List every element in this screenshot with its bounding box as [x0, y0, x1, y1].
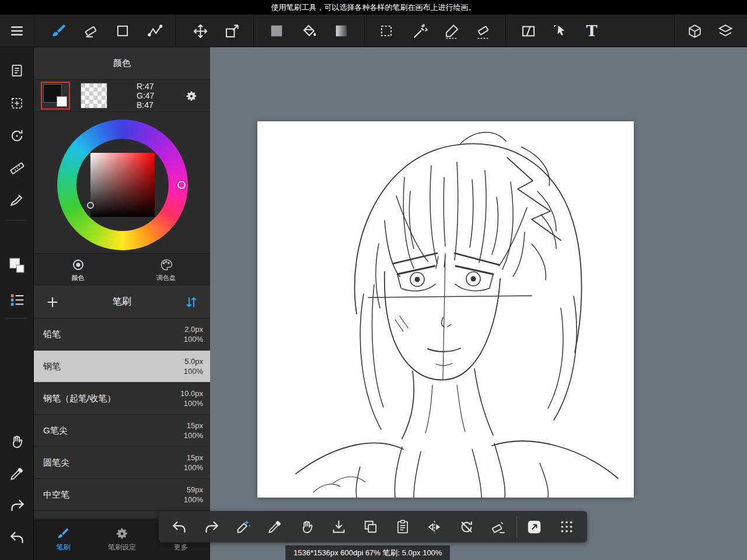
brush-tab-icon: [57, 527, 69, 540]
canvas[interactable]: [257, 121, 634, 498]
color-settings-button[interactable]: [182, 87, 201, 106]
eyedropper-tool-button[interactable]: [4, 461, 30, 487]
brush-size: 5.0px: [184, 357, 203, 366]
brush-item-pen[interactable]: 钢笔 5.0px100%: [34, 351, 210, 383]
brush-item-round-nib[interactable]: 圆笔尖 15px100%: [34, 447, 210, 479]
open-window-button[interactable]: [519, 514, 551, 540]
brush-opacity: 100%: [184, 463, 203, 472]
sort-icon: [184, 295, 198, 309]
toolbar-separator: [175, 15, 176, 47]
color-panel-tabs: 颜色 调色盘: [34, 253, 210, 286]
hand-icon: [299, 519, 315, 535]
materials-button[interactable]: [682, 18, 707, 44]
fill-bucket-tool-button[interactable]: [296, 18, 322, 44]
color-swatches-row: R:47 G:47 B:47: [34, 80, 210, 112]
palette-tab-label: 调色盘: [156, 274, 176, 282]
tab-brush[interactable]: 笔刷: [34, 519, 93, 560]
color-tab-label: 颜色: [72, 274, 85, 282]
add-brush-button[interactable]: [42, 292, 63, 313]
saturation-value-indicator[interactable]: [87, 202, 94, 209]
brush-name: 钢笔: [43, 361, 61, 372]
brush-list: 铅笔 2.0px100% 钢笔 5.0px100% 钢笔（起笔/收笔） 10.0…: [34, 318, 210, 519]
correction-pen-button[interactable]: [227, 514, 259, 540]
move-tool-button[interactable]: [187, 18, 213, 44]
select-cursor-tool-button[interactable]: [547, 18, 573, 44]
redo-icon: [204, 519, 219, 535]
rotate-view-button[interactable]: [4, 123, 30, 149]
layers-button[interactable]: [713, 18, 738, 44]
select-rectangle-tool-button[interactable]: [374, 18, 399, 44]
rgb-r-value: R:47: [137, 82, 154, 91]
draw-tool-button[interactable]: [4, 187, 30, 212]
select-pen-tool-button[interactable]: [439, 18, 465, 44]
brush-name: G笔尖: [43, 425, 68, 436]
hand-tool-button[interactable]: [4, 429, 30, 454]
current-color-button[interactable]: [4, 253, 30, 278]
transparent-color-swatch[interactable]: [81, 83, 107, 108]
brush-item-pen-inout[interactable]: 钢笔（起笔/收笔） 10.0px100%: [34, 383, 210, 415]
select-move-button[interactable]: [4, 90, 30, 116]
brush-name: 铅笔: [43, 329, 61, 340]
paste-button[interactable]: [387, 514, 419, 540]
pages-button[interactable]: [4, 58, 30, 83]
rgb-b-value: B:47: [137, 100, 154, 110]
brush-tab-label: 笔刷: [56, 542, 70, 552]
shape-tool-button[interactable]: [110, 18, 135, 44]
more-tab-label: 更多: [174, 542, 188, 552]
ruler-button[interactable]: [4, 155, 30, 181]
undo-button[interactable]: [4, 524, 30, 550]
clear-button[interactable]: [483, 514, 515, 540]
brush-item-g-nib[interactable]: G笔尖 15px100%: [34, 415, 210, 447]
magic-wand-tool-button[interactable]: [407, 18, 433, 44]
undo-button-floating[interactable]: [163, 514, 196, 540]
draw-tool-icon: [9, 192, 25, 207]
eraser-tool-button[interactable]: [78, 18, 103, 44]
brush-tool-button[interactable]: [46, 18, 71, 44]
foreground-color-swatch[interactable]: [41, 82, 70, 110]
brush-name: 钢笔（起笔/收笔）: [43, 393, 116, 404]
grid-menu-button[interactable]: [550, 514, 582, 540]
canvas-area[interactable]: [210, 47, 747, 560]
menu-button[interactable]: [4, 18, 30, 44]
gradient-icon: [333, 23, 350, 39]
color-panel-title: 颜色: [34, 47, 210, 80]
reset-rotation-button[interactable]: [451, 514, 483, 540]
select-pen-icon: [444, 23, 460, 39]
gradient-tool-button[interactable]: [329, 18, 354, 44]
transform-icon: [224, 23, 240, 39]
open-window-icon: [526, 519, 542, 535]
tab-palette[interactable]: 调色盘: [122, 254, 210, 286]
hue-indicator[interactable]: [177, 181, 186, 189]
brush-settings-tab-label: 笔刷设定: [108, 542, 136, 552]
brush-item-pencil[interactable]: 铅笔 2.0px100%: [34, 318, 210, 351]
brush-opacity: 100%: [184, 495, 203, 504]
eyedropper-button-floating[interactable]: [259, 514, 291, 540]
saturation-value-square[interactable]: [90, 153, 155, 217]
transform-tool-button[interactable]: [219, 18, 245, 44]
sort-brushes-button[interactable]: [181, 292, 202, 313]
redo-button-floating[interactable]: [196, 514, 228, 540]
current-color-swatch-button[interactable]: [264, 18, 289, 44]
brush-name: 圆笔尖: [43, 457, 69, 468]
brush-size: 15px: [187, 421, 203, 430]
select-eraser-tool-button[interactable]: [470, 18, 496, 44]
reset-rotation-icon: [459, 519, 474, 535]
save-button[interactable]: [323, 514, 355, 540]
copy-button[interactable]: [355, 514, 387, 540]
brush-list-button[interactable]: [4, 286, 30, 312]
text-tool-button[interactable]: T: [579, 18, 605, 44]
divide-panel-tool-button[interactable]: [515, 18, 541, 44]
background-color: [57, 96, 67, 107]
tab-brush-settings[interactable]: 笔刷设定: [93, 519, 152, 560]
redo-button[interactable]: [4, 492, 30, 518]
tab-color[interactable]: 颜色: [34, 254, 122, 286]
brush-item-hollow-pen[interactable]: 中空笔 59px100%: [34, 479, 210, 511]
control-point-tool-button[interactable]: [142, 18, 167, 44]
current-color-icon: [8, 257, 26, 274]
save-icon: [331, 519, 347, 535]
color-wheel[interactable]: [57, 120, 188, 250]
toolbar-separator: [364, 15, 365, 47]
flip-horizontal-button[interactable]: [419, 514, 451, 540]
color-panel: 颜色 R:47 G:47 B:47: [34, 47, 210, 286]
hand-button-floating[interactable]: [291, 514, 323, 540]
